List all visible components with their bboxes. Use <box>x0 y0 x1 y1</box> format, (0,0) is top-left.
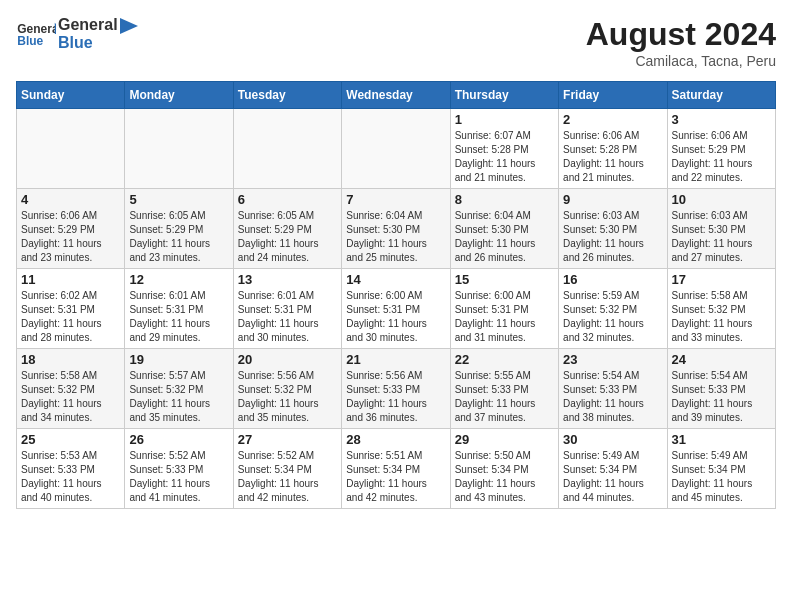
calendar-cell: 27Sunrise: 5:52 AMSunset: 5:34 PMDayligh… <box>233 429 341 509</box>
day-info: Sunrise: 5:55 AMSunset: 5:33 PMDaylight:… <box>455 369 554 425</box>
day-number: 27 <box>238 432 337 447</box>
calendar-cell: 29Sunrise: 5:50 AMSunset: 5:34 PMDayligh… <box>450 429 558 509</box>
calendar-table: SundayMondayTuesdayWednesdayThursdayFrid… <box>16 81 776 509</box>
calendar-cell <box>342 109 450 189</box>
day-number: 24 <box>672 352 771 367</box>
day-info: Sunrise: 5:54 AMSunset: 5:33 PMDaylight:… <box>563 369 662 425</box>
day-info: Sunrise: 6:05 AMSunset: 5:29 PMDaylight:… <box>129 209 228 265</box>
day-info: Sunrise: 5:52 AMSunset: 5:33 PMDaylight:… <box>129 449 228 505</box>
day-number: 12 <box>129 272 228 287</box>
logo-blue-text: Blue <box>58 34 138 52</box>
day-number: 4 <box>21 192 120 207</box>
calendar-cell: 11Sunrise: 6:02 AMSunset: 5:31 PMDayligh… <box>17 269 125 349</box>
calendar-cell: 16Sunrise: 5:59 AMSunset: 5:32 PMDayligh… <box>559 269 667 349</box>
day-info: Sunrise: 6:01 AMSunset: 5:31 PMDaylight:… <box>129 289 228 345</box>
calendar-cell: 15Sunrise: 6:00 AMSunset: 5:31 PMDayligh… <box>450 269 558 349</box>
calendar-cell: 1Sunrise: 6:07 AMSunset: 5:28 PMDaylight… <box>450 109 558 189</box>
day-number: 18 <box>21 352 120 367</box>
calendar-cell: 7Sunrise: 6:04 AMSunset: 5:30 PMDaylight… <box>342 189 450 269</box>
day-number: 26 <box>129 432 228 447</box>
day-number: 13 <box>238 272 337 287</box>
calendar-cell: 8Sunrise: 6:04 AMSunset: 5:30 PMDaylight… <box>450 189 558 269</box>
day-info: Sunrise: 5:53 AMSunset: 5:33 PMDaylight:… <box>21 449 120 505</box>
day-number: 10 <box>672 192 771 207</box>
day-number: 22 <box>455 352 554 367</box>
calendar-cell: 25Sunrise: 5:53 AMSunset: 5:33 PMDayligh… <box>17 429 125 509</box>
day-number: 7 <box>346 192 445 207</box>
day-number: 6 <box>238 192 337 207</box>
day-number: 11 <box>21 272 120 287</box>
day-info: Sunrise: 6:02 AMSunset: 5:31 PMDaylight:… <box>21 289 120 345</box>
day-info: Sunrise: 6:00 AMSunset: 5:31 PMDaylight:… <box>455 289 554 345</box>
calendar-cell: 20Sunrise: 5:56 AMSunset: 5:32 PMDayligh… <box>233 349 341 429</box>
day-info: Sunrise: 6:05 AMSunset: 5:29 PMDaylight:… <box>238 209 337 265</box>
day-info: Sunrise: 5:52 AMSunset: 5:34 PMDaylight:… <box>238 449 337 505</box>
day-number: 5 <box>129 192 228 207</box>
day-number: 1 <box>455 112 554 127</box>
day-number: 8 <box>455 192 554 207</box>
calendar-cell <box>125 109 233 189</box>
day-number: 3 <box>672 112 771 127</box>
month-title: August 2024 <box>586 16 776 53</box>
day-info: Sunrise: 6:06 AMSunset: 5:28 PMDaylight:… <box>563 129 662 185</box>
day-info: Sunrise: 6:01 AMSunset: 5:31 PMDaylight:… <box>238 289 337 345</box>
day-number: 9 <box>563 192 662 207</box>
day-number: 15 <box>455 272 554 287</box>
logo: General Blue General Blue <box>16 16 138 51</box>
location: Camilaca, Tacna, Peru <box>586 53 776 69</box>
header-thursday: Thursday <box>450 82 558 109</box>
day-info: Sunrise: 5:58 AMSunset: 5:32 PMDaylight:… <box>21 369 120 425</box>
calendar-cell <box>17 109 125 189</box>
calendar-cell: 26Sunrise: 5:52 AMSunset: 5:33 PMDayligh… <box>125 429 233 509</box>
day-info: Sunrise: 5:50 AMSunset: 5:34 PMDaylight:… <box>455 449 554 505</box>
week-row-4: 18Sunrise: 5:58 AMSunset: 5:32 PMDayligh… <box>17 349 776 429</box>
page-header: General Blue General Blue August 2024 Ca… <box>16 16 776 69</box>
day-number: 14 <box>346 272 445 287</box>
calendar-cell: 17Sunrise: 5:58 AMSunset: 5:32 PMDayligh… <box>667 269 775 349</box>
week-row-3: 11Sunrise: 6:02 AMSunset: 5:31 PMDayligh… <box>17 269 776 349</box>
day-number: 31 <box>672 432 771 447</box>
week-row-1: 1Sunrise: 6:07 AMSunset: 5:28 PMDaylight… <box>17 109 776 189</box>
day-info: Sunrise: 5:54 AMSunset: 5:33 PMDaylight:… <box>672 369 771 425</box>
calendar-cell: 24Sunrise: 5:54 AMSunset: 5:33 PMDayligh… <box>667 349 775 429</box>
day-info: Sunrise: 6:03 AMSunset: 5:30 PMDaylight:… <box>563 209 662 265</box>
calendar-cell: 5Sunrise: 6:05 AMSunset: 5:29 PMDaylight… <box>125 189 233 269</box>
day-info: Sunrise: 6:06 AMSunset: 5:29 PMDaylight:… <box>21 209 120 265</box>
day-number: 23 <box>563 352 662 367</box>
calendar-cell: 4Sunrise: 6:06 AMSunset: 5:29 PMDaylight… <box>17 189 125 269</box>
svg-text:Blue: Blue <box>17 33 43 47</box>
day-number: 28 <box>346 432 445 447</box>
header-saturday: Saturday <box>667 82 775 109</box>
day-info: Sunrise: 5:58 AMSunset: 5:32 PMDaylight:… <box>672 289 771 345</box>
calendar-cell <box>233 109 341 189</box>
day-info: Sunrise: 5:59 AMSunset: 5:32 PMDaylight:… <box>563 289 662 345</box>
day-number: 25 <box>21 432 120 447</box>
day-info: Sunrise: 5:49 AMSunset: 5:34 PMDaylight:… <box>563 449 662 505</box>
calendar-cell: 14Sunrise: 6:00 AMSunset: 5:31 PMDayligh… <box>342 269 450 349</box>
calendar-cell: 21Sunrise: 5:56 AMSunset: 5:33 PMDayligh… <box>342 349 450 429</box>
calendar-cell: 13Sunrise: 6:01 AMSunset: 5:31 PMDayligh… <box>233 269 341 349</box>
calendar-cell: 6Sunrise: 6:05 AMSunset: 5:29 PMDaylight… <box>233 189 341 269</box>
day-info: Sunrise: 5:49 AMSunset: 5:34 PMDaylight:… <box>672 449 771 505</box>
day-number: 2 <box>563 112 662 127</box>
calendar-cell: 31Sunrise: 5:49 AMSunset: 5:34 PMDayligh… <box>667 429 775 509</box>
title-area: August 2024 Camilaca, Tacna, Peru <box>586 16 776 69</box>
header-sunday: Sunday <box>17 82 125 109</box>
day-info: Sunrise: 5:56 AMSunset: 5:32 PMDaylight:… <box>238 369 337 425</box>
header-friday: Friday <box>559 82 667 109</box>
day-number: 19 <box>129 352 228 367</box>
calendar-header-row: SundayMondayTuesdayWednesdayThursdayFrid… <box>17 82 776 109</box>
calendar-cell: 12Sunrise: 6:01 AMSunset: 5:31 PMDayligh… <box>125 269 233 349</box>
day-info: Sunrise: 6:00 AMSunset: 5:31 PMDaylight:… <box>346 289 445 345</box>
calendar-cell: 23Sunrise: 5:54 AMSunset: 5:33 PMDayligh… <box>559 349 667 429</box>
day-info: Sunrise: 6:04 AMSunset: 5:30 PMDaylight:… <box>455 209 554 265</box>
day-info: Sunrise: 6:04 AMSunset: 5:30 PMDaylight:… <box>346 209 445 265</box>
logo-general-text: General <box>58 16 138 34</box>
day-number: 29 <box>455 432 554 447</box>
calendar-cell: 2Sunrise: 6:06 AMSunset: 5:28 PMDaylight… <box>559 109 667 189</box>
week-row-5: 25Sunrise: 5:53 AMSunset: 5:33 PMDayligh… <box>17 429 776 509</box>
week-row-2: 4Sunrise: 6:06 AMSunset: 5:29 PMDaylight… <box>17 189 776 269</box>
calendar-cell: 9Sunrise: 6:03 AMSunset: 5:30 PMDaylight… <box>559 189 667 269</box>
calendar-body: 1Sunrise: 6:07 AMSunset: 5:28 PMDaylight… <box>17 109 776 509</box>
header-wednesday: Wednesday <box>342 82 450 109</box>
